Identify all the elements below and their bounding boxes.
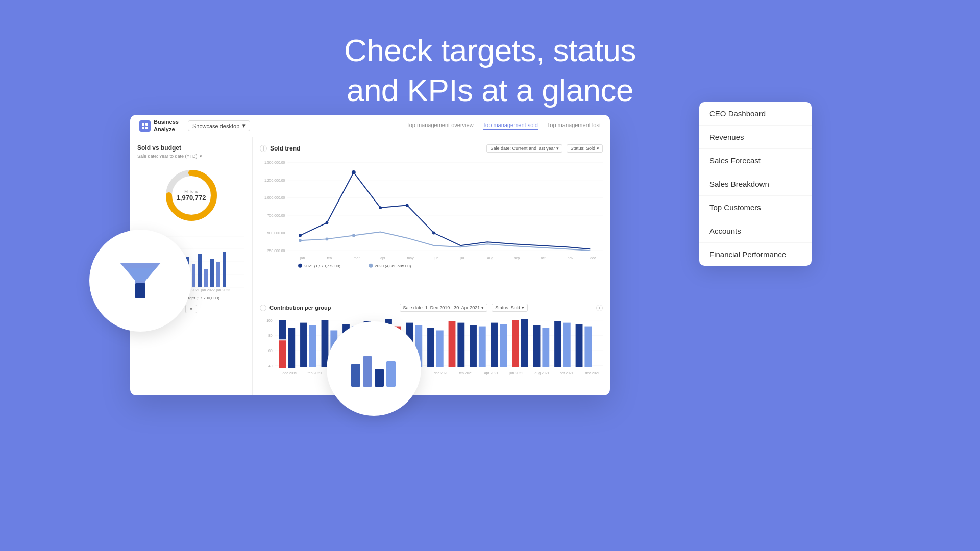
hero-line2: and KPIs at a glance: [347, 72, 633, 108]
dashboard-nav: Top management overview Top management s…: [406, 122, 601, 130]
svg-rect-98: [479, 327, 486, 367]
svg-text:aug: aug: [487, 256, 494, 260]
svg-text:may: may: [407, 256, 414, 260]
hero-line1: Check targets, status: [344, 33, 636, 68]
svg-rect-23: [204, 269, 208, 287]
nav-item-sold[interactable]: Top management sold: [483, 122, 538, 130]
svg-point-65: [298, 264, 302, 268]
logo-icon: [139, 120, 151, 132]
svg-rect-77: [279, 340, 286, 368]
svg-rect-95: [449, 321, 456, 367]
svg-rect-128: [386, 361, 396, 387]
dropdown-item-revenues[interactable]: Revenues: [699, 126, 812, 149]
svg-rect-93: [427, 328, 434, 367]
trend-title: Sold trend: [270, 145, 300, 152]
trend-header: i Sold trend Sale date: Current and last…: [260, 144, 603, 153]
svg-text:jun 2021: jun 2021: [509, 371, 523, 375]
svg-text:mar: mar: [354, 256, 360, 260]
svg-text:1,000,000.00: 1,000,000.00: [264, 196, 285, 199]
hero-section: Check targets, status and KPIs at a glan…: [344, 31, 636, 110]
svg-text:aug 2021: aug 2021: [535, 371, 550, 375]
svg-point-62: [299, 239, 302, 242]
brand-logo: BusinessAnalyze: [139, 119, 179, 132]
chevron-down-icon: ▾: [597, 146, 599, 151]
panel-filter[interactable]: Sale date: Year to date (YTD) ▾: [137, 154, 245, 159]
svg-text:apr: apr: [380, 256, 386, 260]
line-chart: 1,500,000.00 1,250,000.00 1,000,000.00 7…: [260, 157, 603, 299]
svg-rect-102: [521, 319, 528, 367]
svg-rect-26: [223, 252, 226, 287]
status-filter[interactable]: Status: Sold ▾: [567, 144, 603, 153]
svg-point-56: [299, 234, 302, 237]
barchart-icon: [349, 348, 400, 389]
dropdown-item-ceo-dashboard[interactable]: CEO Dashboard: [699, 102, 812, 126]
navigation-dropdown: CEO Dashboard Revenues Sales Forecast Sa…: [699, 102, 812, 266]
svg-text:60: 60: [268, 349, 273, 353]
svg-rect-103: [533, 325, 541, 367]
svg-rect-107: [576, 324, 583, 367]
svg-text:jan 2023: jan 2023: [216, 288, 230, 292]
desktop-selector[interactable]: Showcase desktop ▾: [188, 120, 250, 131]
svg-rect-78: [279, 320, 286, 340]
svg-rect-105: [554, 321, 561, 367]
svg-rect-126: [363, 356, 372, 387]
svg-marker-123: [125, 268, 156, 281]
chevron-down-icon: ▾: [556, 146, 559, 151]
svg-point-63: [325, 237, 328, 240]
dropdown-item-sales-forecast[interactable]: Sales Forecast: [699, 149, 812, 172]
info-icon-3: i: [596, 305, 603, 311]
svg-rect-101: [512, 320, 519, 367]
svg-text:oct: oct: [541, 256, 545, 260]
dropdown-item-sales-breakdown[interactable]: Sales Breakdown: [699, 172, 812, 196]
svg-text:2020 (4,363,585.00): 2020 (4,363,585.00): [375, 264, 411, 268]
nav-item-overview[interactable]: Top management overview: [406, 122, 473, 130]
contrib-date-filter[interactable]: Sale date: 1. Dec 2019 - 30. Apr 2021 ▾: [400, 304, 488, 312]
dropdown-item-top-customers[interactable]: Top Customers: [699, 196, 812, 219]
svg-text:jan: jan: [300, 256, 305, 260]
funnel-icon-circle: [89, 230, 191, 332]
svg-text:nov: nov: [568, 256, 574, 260]
svg-rect-1: [145, 123, 148, 126]
sold-trend-panel: i Sold trend Sale date: Current and last…: [253, 137, 610, 395]
svg-text:40: 40: [268, 364, 273, 368]
svg-rect-96: [457, 323, 464, 367]
contribution-title: Contribution per group: [270, 305, 331, 311]
svg-rect-125: [351, 364, 360, 387]
svg-text:feb: feb: [327, 256, 332, 260]
contrib-status-filter[interactable]: Status: Sold ▾: [492, 304, 528, 312]
svg-text:feb 2021: feb 2021: [459, 371, 473, 375]
svg-rect-80: [300, 323, 307, 367]
logo-text: BusinessAnalyze: [154, 119, 179, 132]
svg-rect-24: [210, 259, 214, 287]
svg-text:2021 (1,970,772.00): 2021 (1,970,772.00): [304, 264, 340, 268]
svg-point-58: [352, 170, 356, 174]
svg-point-57: [325, 221, 328, 224]
nav-item-lost[interactable]: Top management lost: [547, 122, 601, 130]
svg-rect-2: [142, 127, 144, 129]
date-filter[interactable]: Sale date: Current and last year ▾: [486, 144, 562, 153]
dropdown-item-accounts[interactable]: Accounts: [699, 219, 812, 243]
svg-rect-25: [216, 262, 220, 287]
svg-rect-124: [135, 283, 145, 298]
svg-text:750,000.00: 750,000.00: [267, 214, 285, 217]
svg-rect-3: [145, 127, 148, 129]
svg-text:jun: jun: [433, 256, 438, 260]
svg-text:dec: dec: [590, 256, 596, 260]
chevron-down-icon: ▾: [522, 305, 524, 310]
svg-rect-94: [436, 330, 444, 367]
contribution-header: i Contribution per group Sale date: 1. D…: [260, 304, 603, 312]
svg-rect-79: [288, 328, 295, 368]
dropdown-item-financial-performance[interactable]: Financial Performance: [699, 243, 812, 266]
svg-rect-99: [491, 323, 498, 367]
svg-rect-106: [564, 323, 571, 367]
svg-text:1,250,000.00: 1,250,000.00: [264, 179, 285, 182]
info-icon-2: i: [260, 305, 266, 311]
svg-rect-104: [542, 328, 549, 367]
donut-chart: Millions 1,970,772: [161, 165, 222, 226]
svg-text:oct 2021: oct 2021: [560, 371, 574, 375]
svg-text:apr 2021: apr 2021: [484, 371, 498, 375]
svg-rect-22: [198, 254, 202, 287]
panel-title: Sold vs budget: [137, 144, 245, 152]
donut-label: Millions 1,970,772: [177, 189, 206, 202]
svg-rect-0: [142, 123, 144, 126]
